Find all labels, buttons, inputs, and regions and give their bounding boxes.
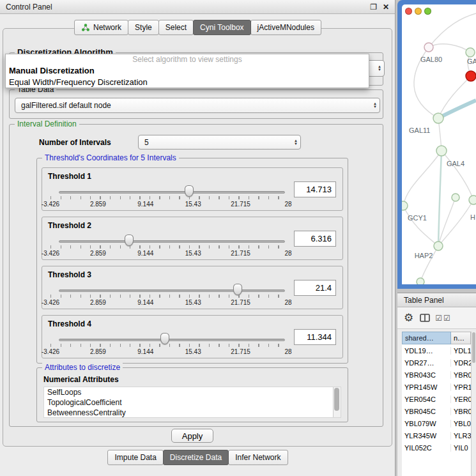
cell[interactable]: YLR3 [451, 432, 471, 440]
list-item[interactable]: BetweennessCentrality [44, 408, 341, 418]
control-panel-titlebar: Control Panel ❐ ✕ [0, 0, 395, 14]
scale-label: 28 [284, 201, 291, 208]
tab-discretize-data[interactable]: Discretize Data [163, 450, 229, 465]
tab-select[interactable]: Select [158, 20, 194, 35]
table-row[interactable]: YIL052C YIL0 [402, 441, 471, 454]
network-canvas[interactable]: GAL80 GA GAL11 GAL4 GCY1 H HAP2 [402, 4, 476, 284]
table-row[interactable]: YDL19… YDL1 [402, 344, 471, 357]
dropdown-option-equal-width[interactable]: Equal Width/Frequency Discretization [6, 77, 369, 88]
list-item[interactable]: SelfLoops [44, 387, 341, 397]
cell[interactable]: YBR045C [402, 408, 451, 415]
attributes-scrollbar[interactable] [333, 387, 341, 417]
cell[interactable]: YBR0 [451, 408, 471, 415]
columns-icon[interactable] [420, 314, 430, 322]
table-row[interactable]: YPR145W YPR1 [402, 381, 471, 393]
cell[interactable]: YDR27… [402, 359, 451, 367]
cell[interactable]: YER0 [451, 395, 471, 403]
zoom-traffic-light[interactable] [424, 8, 431, 15]
cell[interactable]: YBL079W [402, 420, 451, 427]
table-row[interactable]: YBL079W YBL0 [402, 417, 471, 429]
node-bottom[interactable] [417, 278, 424, 284]
scrollbar-thumb[interactable] [472, 332, 475, 363]
node-hap2[interactable] [434, 242, 443, 250]
minimize-traffic-light[interactable] [415, 8, 422, 15]
select-column-checkbox-icon[interactable]: ☑ [443, 314, 450, 322]
cell[interactable]: YBR0 [451, 371, 471, 379]
scale-label: 2.859 [90, 250, 106, 257]
scale-label: 21.715 [231, 250, 250, 257]
cell[interactable]: YPR145W [402, 383, 451, 391]
table-data-select[interactable]: galFiltered.sif default node ▲ ▼ [15, 98, 380, 113]
scrollbar-thumb[interactable] [334, 388, 339, 411]
node-red-selected[interactable] [466, 71, 476, 81]
tab-infer-network[interactable]: Infer Network [228, 450, 288, 465]
threshold-4-value[interactable]: 11.344 [294, 329, 336, 345]
node-label: GAL80 [420, 56, 442, 63]
node-label: GA [467, 58, 476, 65]
tab-cyni-toolbox[interactable]: Cyni Toolbox [193, 20, 250, 35]
cell[interactable]: YBR043C [402, 371, 451, 379]
cell[interactable]: YPR1 [451, 383, 471, 391]
slider-thumb[interactable] [233, 284, 242, 295]
slider-track[interactable] [59, 240, 285, 243]
close-icon[interactable]: ✕ [383, 3, 389, 11]
dropdown-placeholder: Select algorithm to view settings [6, 54, 369, 65]
cell[interactable]: YIL052C [402, 444, 451, 452]
close-traffic-light[interactable] [405, 8, 412, 15]
threshold-2-slider[interactable]: -3.426 2.859 9.144 15.43 21.715 28 [59, 234, 285, 258]
table-row[interactable]: YER054C YER0 [402, 393, 471, 405]
tab-impute-data[interactable]: Impute Data [107, 450, 163, 465]
slider-thumb[interactable] [160, 333, 169, 344]
cell[interactable]: YER054C [402, 395, 451, 403]
numerical-attributes-label: Numerical Attributes [43, 375, 119, 384]
threshold-1-value[interactable]: 14.713 [294, 181, 336, 197]
apply-button[interactable]: Apply [171, 429, 213, 443]
threshold-2-value[interactable]: 6.316 [294, 231, 336, 247]
node-gcy1[interactable] [402, 201, 408, 210]
table-row[interactable]: YBR043C YBR0 [402, 369, 471, 381]
tab-network[interactable]: Network [74, 20, 128, 35]
group-label: Threshold's Coordinates for 5 Intervals [42, 153, 179, 162]
node-mid[interactable] [452, 194, 459, 201]
slider-track[interactable] [59, 289, 285, 292]
dropdown-option-manual[interactable]: Manual Discretization [6, 65, 369, 77]
scale-label: 15.43 [185, 348, 201, 355]
column-header-name[interactable]: n… [451, 332, 471, 344]
cell[interactable]: YBL0 [451, 420, 471, 427]
column-header-shared-name[interactable]: shared… [402, 332, 451, 344]
scale-label: 2.859 [90, 348, 106, 355]
node-right-top[interactable] [466, 48, 475, 57]
threshold-4-slider[interactable]: -3.426 2.859 9.144 15.43 21.715 28 [59, 332, 285, 357]
stepper-icon: ▲ ▼ [374, 65, 381, 72]
tab-style[interactable]: Style [128, 20, 159, 35]
edge [438, 200, 473, 246]
slider-thumb[interactable] [125, 234, 134, 246]
slider-track[interactable] [59, 191, 285, 194]
slider-thumb[interactable] [185, 185, 194, 197]
cell[interactable]: YDL19… [402, 347, 451, 355]
table-scrollbar[interactable] [471, 332, 476, 476]
float-icon[interactable]: ❐ [370, 3, 377, 11]
table-row[interactable]: YDR27… YDR2 [402, 357, 471, 369]
cell[interactable]: YDL1 [451, 347, 471, 355]
table-data-value: galFiltered.sif default node [21, 101, 111, 110]
node-label: GCY1 [408, 214, 427, 222]
table-row[interactable]: YBR045C YBR0 [402, 405, 471, 417]
threshold-3-value[interactable]: 21.4 [294, 280, 336, 296]
cell[interactable]: YLR345W [402, 432, 451, 440]
cell[interactable]: YDR2 [451, 359, 471, 367]
table-row[interactable]: YLR345W YLR3 [402, 429, 471, 441]
cell[interactable]: YIL0 [451, 444, 471, 452]
num-intervals-select[interactable]: 5 ▲ ▼ [138, 135, 301, 150]
list-item[interactable]: TopologicalCoefficient [44, 397, 341, 408]
node-gal80[interactable] [424, 43, 433, 52]
select-all-checkbox-icon[interactable]: ☑ [435, 314, 442, 322]
threshold-3-slider[interactable]: -3.426 2.859 9.144 15.43 21.715 28 [59, 283, 285, 307]
tab-jactivemnodules[interactable]: jActiveMNodules [250, 20, 321, 35]
node-right-mid[interactable] [469, 196, 476, 204]
gear-icon[interactable]: ⚙ [404, 312, 413, 323]
threshold-1-slider[interactable]: -3.426 2.859 9.144 15.43 21.715 28 [59, 185, 285, 209]
node-gal4[interactable] [436, 146, 447, 156]
node-gal11[interactable] [433, 113, 443, 123]
slider-track[interactable] [59, 339, 285, 341]
